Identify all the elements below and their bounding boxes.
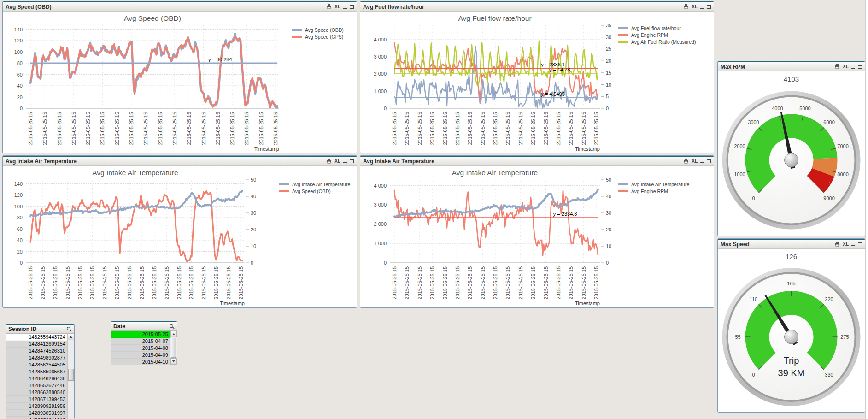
svg-text:2015-05-25 15: 2015-05-25 15 bbox=[188, 266, 194, 300]
list-item[interactable]: 2015-04-07 bbox=[111, 338, 170, 345]
panel-caption[interactable]: Avg Speed (OBD) XL bbox=[3, 1, 357, 12]
list-item[interactable]: 1428652627446 bbox=[6, 382, 67, 389]
print-icon[interactable] bbox=[834, 64, 840, 69]
svg-text:30: 30 bbox=[606, 35, 611, 40]
session-id-caption[interactable]: Session ID bbox=[6, 324, 74, 334]
svg-text:2015-05-25 15: 2015-05-25 15 bbox=[85, 112, 91, 145]
svg-text:2015-05-25 15: 2015-05-25 15 bbox=[114, 112, 120, 145]
print-icon[interactable] bbox=[326, 159, 332, 164]
svg-text:4000: 4000 bbox=[772, 106, 783, 111]
minimize-icon[interactable] bbox=[343, 159, 347, 163]
list-item[interactable]: 1428930531997 bbox=[6, 410, 67, 417]
svg-text:Avg Intake Air Temperature: Avg Intake Air Temperature bbox=[452, 169, 538, 177]
minimize-icon[interactable] bbox=[700, 159, 704, 163]
list-item[interactable]: 1428585065667 bbox=[6, 368, 67, 375]
scroll-up-button[interactable] bbox=[68, 334, 74, 340]
svg-text:2015-05-25 15: 2015-05-25 15 bbox=[543, 266, 549, 300]
maximize-icon[interactable] bbox=[707, 159, 711, 163]
scroll-down-button[interactable] bbox=[170, 358, 177, 365]
list-item[interactable]: 2015-04-09 bbox=[111, 352, 170, 359]
list-item[interactable]: 1428498902877 bbox=[6, 354, 67, 361]
scroll-up-button[interactable] bbox=[170, 331, 177, 337]
svg-text:y = 14.78: y = 14.78 bbox=[549, 67, 570, 72]
search-icon[interactable] bbox=[169, 324, 175, 329]
svg-text:1000: 1000 bbox=[734, 171, 745, 177]
date-caption[interactable]: Date bbox=[111, 321, 177, 331]
list-item[interactable]: 1428646296438 bbox=[6, 375, 67, 382]
svg-text:2015-05-25 15: 2015-05-25 15 bbox=[518, 112, 523, 145]
maximize-icon[interactable] bbox=[858, 242, 862, 246]
print-icon[interactable] bbox=[683, 4, 689, 9]
svg-text:2015-05-25 15: 2015-05-25 15 bbox=[152, 266, 157, 300]
excel-export-icon[interactable]: XL bbox=[692, 5, 698, 9]
svg-text:120: 120 bbox=[14, 192, 23, 198]
svg-text:0: 0 bbox=[20, 260, 23, 266]
panel-caption[interactable]: Avg Fuel flow rate/hour XL bbox=[360, 1, 714, 12]
svg-text:Trip: Trip bbox=[784, 355, 799, 366]
svg-text:2015-05-25 15: 2015-05-25 15 bbox=[77, 266, 83, 300]
svg-text:2015-05-25 15: 2015-05-25 15 bbox=[238, 266, 244, 300]
list-item[interactable]: 2015-04-08 bbox=[111, 345, 170, 352]
print-icon[interactable] bbox=[834, 242, 840, 247]
list-item[interactable]: 1428474526310 bbox=[6, 348, 67, 354]
svg-text:39 KM: 39 KM bbox=[778, 368, 805, 378]
minimize-icon[interactable] bbox=[700, 5, 704, 9]
list-item[interactable]: 1428662880540 bbox=[6, 389, 67, 396]
maximize-icon[interactable] bbox=[707, 5, 711, 9]
avg-fuel-flow-chart: Avg Fuel flow rate/hour01 0002 0003 0004… bbox=[360, 12, 714, 153]
intake-air-temp-speed-chart: Avg Intake Air Temperature02040608010012… bbox=[3, 166, 357, 307]
caption-icons: XL bbox=[326, 4, 354, 9]
scrollbar-thumb[interactable] bbox=[171, 338, 176, 358]
maximize-icon[interactable] bbox=[350, 159, 354, 163]
svg-text:1 000: 1 000 bbox=[374, 241, 387, 246]
svg-text:7000: 7000 bbox=[837, 143, 848, 149]
session-scrollbar[interactable] bbox=[67, 334, 74, 419]
svg-text:4 000: 4 000 bbox=[374, 37, 387, 42]
panel-caption[interactable]: Avg Intake Air Temperature XL bbox=[3, 156, 357, 166]
excel-export-icon[interactable]: XL bbox=[843, 65, 849, 69]
svg-text:2015-05-25 15: 2015-05-25 15 bbox=[556, 112, 561, 145]
svg-text:2015-05-25 15: 2015-05-25 15 bbox=[493, 112, 498, 145]
maximize-icon[interactable] bbox=[350, 5, 354, 9]
excel-export-icon[interactable]: XL bbox=[334, 159, 340, 164]
svg-text:2015-05-25 15: 2015-05-25 15 bbox=[455, 266, 460, 300]
excel-export-icon[interactable]: XL bbox=[843, 242, 849, 247]
list-item[interactable]: 2015-04-10 bbox=[111, 359, 170, 365]
listbox-title: Session ID bbox=[8, 326, 66, 332]
svg-text:y = 4.5495: y = 4.5495 bbox=[541, 91, 565, 97]
print-icon[interactable] bbox=[326, 4, 332, 9]
excel-export-icon[interactable]: XL bbox=[334, 5, 340, 9]
list-item[interactable]: 1428909281959 bbox=[6, 403, 67, 410]
print-icon[interactable] bbox=[683, 159, 689, 164]
list-item[interactable]: 1432559443724 bbox=[6, 334, 67, 341]
svg-text:2015-05-25 15: 2015-05-25 15 bbox=[429, 112, 435, 145]
svg-text:50: 50 bbox=[606, 177, 611, 183]
list-item[interactable]: 1428562544505 bbox=[6, 361, 67, 368]
list-item[interactable]: 1429251811018 bbox=[6, 417, 67, 419]
scrollbar-thumb[interactable] bbox=[68, 369, 74, 381]
svg-text:2015-05-25 15: 2015-05-25 15 bbox=[493, 266, 498, 300]
panel-caption[interactable]: Avg Intake Air Temperature XL bbox=[360, 156, 714, 166]
svg-text:2015-05-25 15: 2015-05-25 15 bbox=[143, 112, 148, 145]
panel-caption[interactable]: Max RPM XL bbox=[718, 61, 865, 71]
svg-text:9000: 9000 bbox=[823, 195, 834, 201]
svg-text:2015-05-25 15: 2015-05-25 15 bbox=[213, 266, 219, 300]
list-item[interactable]: 1428412609154 bbox=[6, 341, 67, 348]
svg-text:3000: 3000 bbox=[748, 119, 759, 125]
panel-caption[interactable]: Max Speed XL bbox=[718, 239, 865, 249]
svg-text:2015-05-25 15: 2015-05-25 15 bbox=[505, 112, 510, 145]
avg-speed-chart: Avg Speed (OBD)0204060801001201402015-05… bbox=[3, 12, 357, 153]
minimize-icon[interactable] bbox=[343, 5, 347, 9]
search-icon[interactable] bbox=[66, 326, 72, 332]
caption-title: Max Speed bbox=[721, 241, 834, 248]
panel-intake-air-temp-speed: Avg Intake Air Temperature XL Avg Intake… bbox=[2, 155, 357, 308]
maximize-icon[interactable] bbox=[858, 65, 862, 69]
svg-text:Avg Fuel flow rate/hour: Avg Fuel flow rate/hour bbox=[458, 14, 531, 22]
minimize-icon[interactable] bbox=[851, 242, 855, 246]
excel-export-icon[interactable]: XL bbox=[692, 159, 698, 164]
list-item[interactable]: 2015-05-25 bbox=[111, 331, 170, 338]
listbox-title: Date bbox=[113, 323, 169, 330]
date-scrollbar[interactable] bbox=[170, 331, 177, 365]
minimize-icon[interactable] bbox=[851, 65, 855, 69]
list-item[interactable]: 1428671399453 bbox=[6, 396, 67, 403]
